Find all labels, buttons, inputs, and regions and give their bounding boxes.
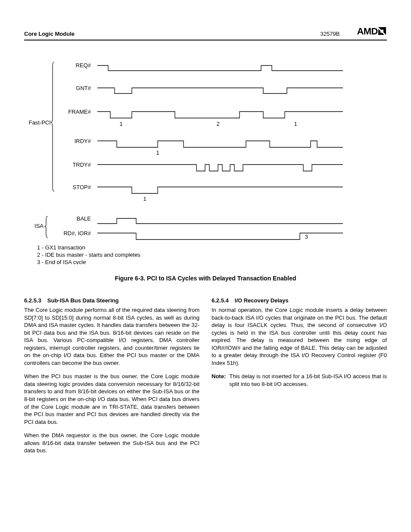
diagram-note-2: 2 - IDE bus master - starts and complete… — [37, 252, 140, 258]
sig-bale-label: BALE — [77, 215, 91, 222]
sig-irdy-label: IRDY# — [75, 138, 91, 144]
right-sec-title: I/O Recovery Delays — [235, 297, 289, 304]
sig-frame-label: FRAME# — [68, 109, 91, 115]
doc-number: 32579B — [321, 31, 340, 37]
wave-irdy — [97, 141, 343, 147]
frame-num-3: 1 — [294, 121, 297, 127]
wave-stop — [97, 187, 343, 193]
page-header: Core Logic Module 32579B AMD — [24, 26, 387, 40]
header-title: Core Logic Module — [24, 31, 75, 37]
left-para-1: The Core Logic module performs all of th… — [24, 306, 199, 367]
figure-caption: Figure 6-3. PCI to ISA Cycles with Delay… — [24, 275, 387, 282]
group-isa-label: ISA — [34, 223, 44, 229]
left-para-2: When the PCI bus master is the bus owner… — [24, 373, 199, 426]
sig-stop-label: STOP# — [73, 184, 91, 190]
left-para-3: When the DMA requestor is the bus owner,… — [24, 432, 199, 454]
timing-diagram: Fast-PCI ISA REQ# GNT# FRAME# IRDY# TRDY… — [24, 58, 387, 264]
note-block: Note: This delay is not inserted for a 1… — [212, 373, 387, 388]
note-label: Note: — [212, 373, 226, 388]
irdy-num-1: 1 — [156, 149, 159, 156]
left-sec-num: 6.2.5.3 — [24, 297, 41, 304]
left-sec-title: Sub-ISA Bus Data Steering — [47, 297, 119, 304]
right-sec-num: 6.2.5.4 — [212, 297, 229, 304]
wave-gnt — [97, 88, 343, 93]
amd-arrow-icon — [378, 27, 387, 35]
amd-logo-text: AMD — [357, 26, 378, 37]
sig-gnt-label: GNT# — [76, 85, 91, 91]
wave-trdy — [97, 165, 343, 171]
diagram-note-3: 3 - End of ISA cycle — [37, 259, 86, 264]
sig-trdy-label: TRDY# — [72, 162, 91, 168]
sig-req-label: REQ# — [76, 62, 91, 68]
note-text: This delay is not inserted for a 16-bit … — [229, 373, 387, 388]
rd-num-3: 3 — [305, 233, 308, 240]
wave-frame — [97, 112, 343, 118]
amd-logo: AMD — [357, 26, 387, 37]
wave-req — [97, 65, 343, 71]
diagram-note-1: 1 - GX1 transaction — [37, 244, 85, 251]
header-right: 32579B AMD — [321, 26, 387, 37]
wave-bale — [97, 218, 343, 224]
page: Core Logic Module 32579B AMD Fast-PCI IS… — [0, 0, 411, 532]
left-sec-heading: 6.2.5.3Sub-ISA Bus Data Steering — [24, 297, 199, 304]
right-column: 6.2.5.4I/O Recovery Delays In normal ope… — [212, 297, 387, 460]
stop-num-1: 1 — [143, 196, 146, 202]
right-sec-heading: 6.2.5.4I/O Recovery Delays — [212, 297, 387, 304]
frame-num-2: 2 — [216, 121, 219, 127]
right-para-1: In normal operation, the Core Logic modu… — [212, 306, 387, 367]
sig-rdior-label: RD#, IOR# — [63, 230, 91, 236]
left-column: 6.2.5.3Sub-ISA Bus Data Steering The Cor… — [24, 297, 199, 460]
group-fastpci-label: Fast-PCI — [29, 119, 51, 126]
frame-num-1: 1 — [119, 121, 122, 127]
text-columns: 6.2.5.3Sub-ISA Bus Data Steering The Cor… — [24, 297, 387, 460]
